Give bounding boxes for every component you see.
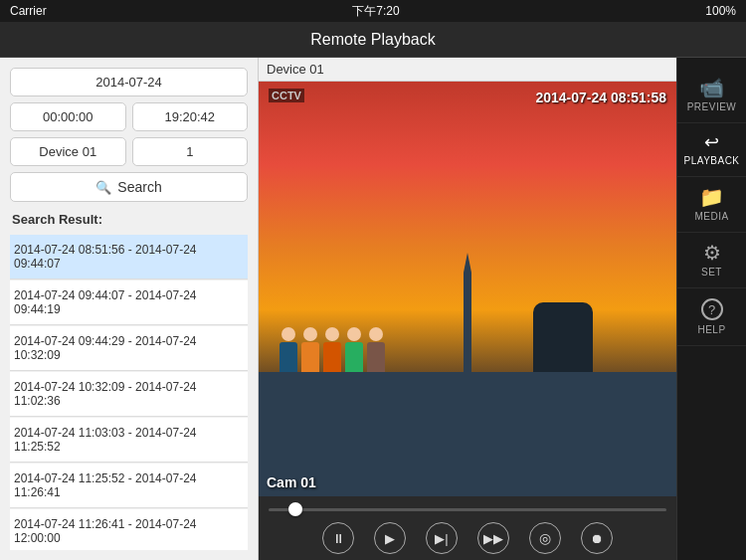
help-label: HELP (697, 324, 725, 335)
monument-element (464, 273, 471, 372)
seek-bar[interactable] (269, 502, 666, 516)
result-list: 2014-07-24 08:51:56 - 2014-07-24 09:44:0… (10, 235, 248, 550)
playback-label: PLAYBACK (683, 155, 739, 166)
time-row: 00:00:00 19:20:42 (10, 102, 248, 131)
result-item[interactable]: 2014-07-24 09:44:29 - 2014-07-24 10:32:0… (10, 326, 248, 371)
device-row: Device 01 1 (10, 137, 248, 166)
time-end-input[interactable]: 19:20:42 (132, 102, 249, 131)
right-sidebar: 📹 PREVIEW ↩ PLAYBACK 📁 MEDIA ⚙ SET ? HEL… (676, 58, 746, 560)
search-button[interactable]: 🔍 Search (10, 172, 248, 202)
date-input[interactable]: 2014-07-24 (10, 68, 248, 96)
media-label: MEDIA (694, 211, 728, 222)
left-panel: 2014-07-24 00:00:00 19:20:42 Device 01 1… (0, 58, 259, 560)
play-button[interactable]: ▶ (374, 522, 406, 554)
date-row: 2014-07-24 (10, 68, 248, 96)
sidebar-item-media[interactable]: 📁 MEDIA (677, 177, 746, 233)
media-icon: 📁 (699, 187, 724, 207)
result-item[interactable]: 2014-07-24 09:44:07 - 2014-07-24 09:44:1… (10, 280, 248, 325)
device-label: Device 01 (259, 58, 676, 82)
fast-forward-icon: ▶▶ (483, 531, 503, 546)
device-input[interactable]: Device 01 (10, 137, 126, 166)
result-item[interactable]: 2014-07-24 11:25:52 - 2014-07-24 11:26:4… (10, 464, 248, 508)
seek-thumb[interactable] (288, 502, 302, 516)
result-item[interactable]: 2014-07-24 10:32:09 - 2014-07-24 11:02:3… (10, 372, 248, 417)
center-panel: Device 01 (259, 58, 676, 560)
set-label: SET (701, 267, 722, 278)
figure-4 (345, 327, 363, 372)
pause-icon: ⏸ (332, 531, 345, 546)
search-btn-row: 🔍 Search (10, 172, 248, 202)
preview-label: PREVIEW (687, 101, 737, 112)
result-item[interactable]: 2014-07-24 11:26:41 - 2014-07-24 12:00:0… (10, 509, 248, 550)
play-icon: ▶ (385, 531, 395, 546)
time-label: 下午7:20 (352, 3, 399, 20)
playback-icon: ↩ (704, 133, 719, 151)
cam-label: Cam 01 (267, 474, 316, 490)
search-result-label: Search Result: (10, 208, 248, 229)
result-item[interactable]: 2014-07-24 08:51:56 - 2014-07-24 09:44:0… (10, 235, 248, 280)
logo-text: CCTV (269, 89, 304, 102)
sidebar-item-help[interactable]: ? HELP (677, 288, 746, 346)
figures-group (280, 327, 385, 372)
figure-5 (367, 327, 385, 372)
figure-2 (301, 327, 319, 372)
video-background (259, 82, 676, 496)
playback-controls: ⏸ ▶ ▶| ▶▶ ◎ ⏺ (269, 522, 666, 554)
step-forward-icon: ▶| (435, 531, 448, 546)
search-button-label: Search (117, 179, 161, 195)
record-icon: ⏺ (591, 531, 604, 546)
sidebar-item-playback[interactable]: ↩ PLAYBACK (677, 123, 746, 177)
sidebar-item-set[interactable]: ⚙ SET (677, 233, 746, 288)
preview-icon: 📹 (699, 78, 724, 97)
battery-label: 100% (705, 4, 736, 18)
set-icon: ⚙ (703, 243, 721, 263)
video-logo: CCTV (269, 90, 304, 101)
pause-button[interactable]: ⏸ (322, 522, 354, 554)
screenshot-icon: ◎ (539, 530, 551, 546)
search-icon: 🔍 (95, 180, 111, 195)
controls-bar: ⏸ ▶ ▶| ▶▶ ◎ ⏺ (259, 496, 676, 560)
record-button[interactable]: ⏺ (581, 522, 613, 554)
channel-input[interactable]: 1 (132, 137, 249, 166)
video-area: 2014-07-24 08:51:58 CCTV Cam 01 (259, 82, 676, 496)
step-forward-button[interactable]: ▶| (426, 522, 458, 554)
result-item[interactable]: 2014-07-24 11:03:03 - 2014-07-24 11:25:5… (10, 418, 248, 463)
sidebar-item-preview[interactable]: 📹 PREVIEW (677, 68, 746, 123)
fast-forward-button[interactable]: ▶▶ (477, 522, 509, 554)
status-bar: Carrier 下午7:20 100% (0, 0, 746, 22)
time-start-input[interactable]: 00:00:00 (10, 102, 126, 131)
building-element (533, 302, 593, 372)
screenshot-button[interactable]: ◎ (529, 522, 561, 554)
seek-track[interactable] (269, 508, 666, 511)
help-icon: ? (701, 298, 723, 320)
main-container: 2014-07-24 00:00:00 19:20:42 Device 01 1… (0, 58, 746, 560)
title-bar: Remote Playback (0, 22, 746, 58)
figure-3 (323, 327, 341, 372)
page-title: Remote Playback (310, 31, 435, 49)
video-timestamp: 2014-07-24 08:51:58 (535, 90, 666, 105)
ground-element (259, 372, 676, 496)
carrier-label: Carrier (10, 4, 47, 18)
figure-1 (280, 327, 297, 372)
